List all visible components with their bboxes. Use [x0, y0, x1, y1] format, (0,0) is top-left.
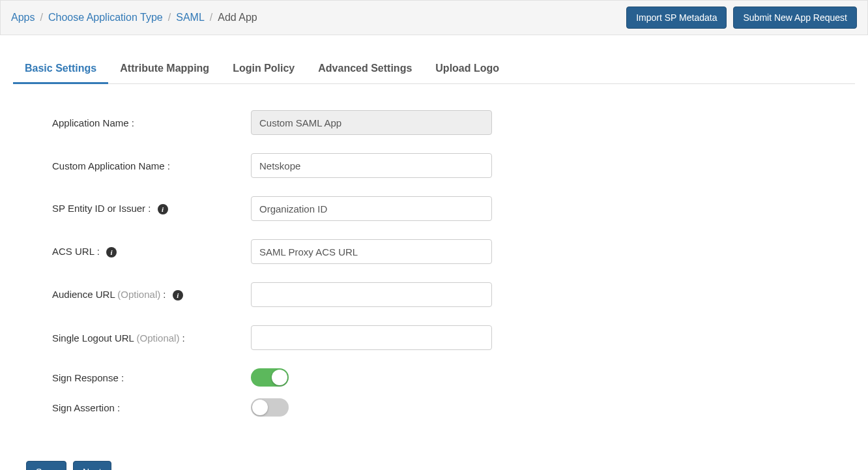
row-audience-url: Audience URL (Optional) : i — [52, 282, 842, 307]
input-custom-app-name[interactable] — [251, 153, 492, 178]
toggle-knob — [252, 400, 268, 415]
content: Basic Settings Attribute Mapping Login P… — [0, 35, 868, 470]
info-icon[interactable]: i — [173, 290, 183, 301]
label-sp-entity-text: SP Entity ID or Issuer : — [52, 203, 151, 214]
label-audience-colon: : — [160, 289, 166, 300]
tab-basic-settings[interactable]: Basic Settings — [13, 55, 108, 84]
label-slo-colon: : — [179, 332, 184, 344]
row-application-name: Application Name : — [52, 110, 842, 135]
label-acs-url-text: ACS URL : — [52, 246, 100, 257]
label-sign-response: Sign Response : — [52, 372, 251, 383]
label-slo-text: Single Logout URL — [52, 332, 137, 344]
info-icon[interactable]: i — [106, 247, 117, 257]
breadcrumb-sep: / — [210, 12, 212, 23]
next-button[interactable]: Next — [73, 461, 111, 470]
input-acs-url[interactable] — [251, 239, 492, 264]
label-audience-url: Audience URL (Optional) : i — [52, 289, 251, 301]
label-acs-url: ACS URL : i — [52, 246, 251, 257]
form-area: Application Name : Custom Application Na… — [13, 84, 855, 441]
label-audience-text: Audience URL — [52, 289, 117, 300]
row-single-logout-url: Single Logout URL (Optional) : — [52, 325, 842, 350]
breadcrumb-saml[interactable]: SAML — [176, 12, 205, 23]
label-sp-entity-id: SP Entity ID or Issuer : i — [52, 203, 251, 214]
breadcrumb: Apps / Choose Application Type / SAML / … — [11, 12, 257, 23]
label-sign-assertion: Sign Assertion : — [52, 402, 251, 413]
tabs: Basic Settings Attribute Mapping Login P… — [13, 55, 855, 84]
input-sp-entity-id[interactable] — [251, 196, 492, 221]
save-button[interactable]: Save — [26, 461, 66, 470]
row-sp-entity-id: SP Entity ID or Issuer : i — [52, 196, 842, 221]
breadcrumb-current: Add App — [218, 12, 257, 23]
top-bar: Apps / Choose Application Type / SAML / … — [0, 0, 868, 35]
input-single-logout-url[interactable] — [251, 325, 492, 350]
row-sign-response: Sign Response : — [52, 368, 842, 387]
breadcrumb-choose-type[interactable]: Choose Application Type — [48, 12, 163, 23]
breadcrumb-sep: / — [40, 12, 42, 23]
row-acs-url: ACS URL : i — [52, 239, 842, 264]
label-application-name: Application Name : — [52, 117, 251, 128]
breadcrumb-apps[interactable]: Apps — [11, 12, 35, 23]
input-audience-url[interactable] — [251, 282, 492, 307]
label-slo-optional: (Optional) — [137, 332, 180, 344]
tab-upload-logo[interactable]: Upload Logo — [424, 55, 511, 84]
toggle-knob — [272, 370, 287, 385]
row-custom-app-name: Custom Application Name : — [52, 153, 842, 178]
row-sign-assertion: Sign Assertion : — [52, 398, 842, 417]
top-actions: Import SP Metadata Submit New App Reques… — [626, 7, 857, 29]
toggle-sign-assertion[interactable] — [251, 398, 289, 417]
label-custom-app-name: Custom Application Name : — [52, 160, 251, 171]
input-application-name — [251, 110, 492, 135]
label-audience-optional: (Optional) — [117, 289, 160, 300]
breadcrumb-sep: / — [168, 12, 171, 23]
tab-login-policy[interactable]: Login Policy — [221, 55, 306, 84]
info-icon[interactable]: i — [158, 204, 168, 214]
tab-advanced-settings[interactable]: Advanced Settings — [306, 55, 424, 84]
label-single-logout-url: Single Logout URL (Optional) : — [52, 332, 251, 344]
bottom-buttons: Save Next — [26, 461, 855, 470]
tab-attribute-mapping[interactable]: Attribute Mapping — [108, 55, 221, 84]
submit-new-app-button[interactable]: Submit New App Request — [733, 7, 857, 29]
import-sp-metadata-button[interactable]: Import SP Metadata — [626, 7, 727, 29]
toggle-sign-response[interactable] — [251, 368, 289, 387]
